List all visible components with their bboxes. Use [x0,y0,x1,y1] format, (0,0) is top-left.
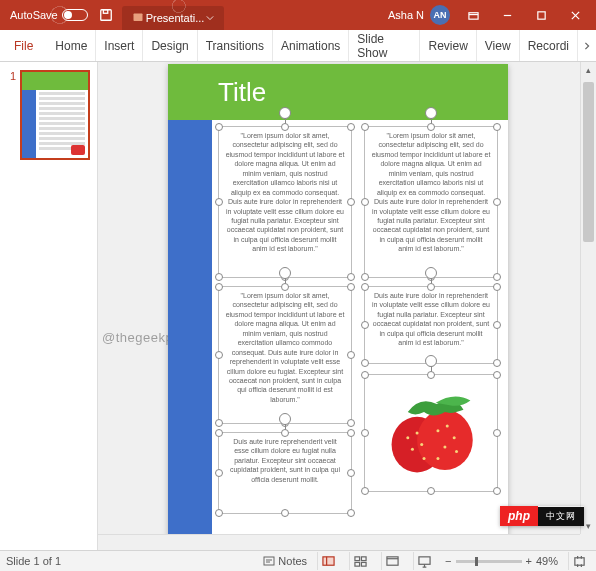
fit-window-button[interactable] [568,552,590,570]
ribbon-tabs: File Home Insert Design Transitions Anim… [0,30,596,62]
autosave-label: AutoSave [10,9,58,21]
resize-handle[interactable] [281,123,289,131]
rotate-handle-icon[interactable] [279,107,291,119]
resize-handle[interactable] [493,487,501,495]
workspace: 1 @thegeekpage.com Title "Lorem ipsum do… [0,62,596,550]
slide-canvas[interactable]: @thegeekpage.com Title "Lorem ipsum dolo… [98,62,596,550]
tab-slide-show[interactable]: Slide Show [349,30,420,61]
reading-view-button[interactable] [381,552,403,570]
resize-handle[interactable] [361,321,369,329]
sorter-view-button[interactable] [349,552,371,570]
ribbon-overflow-button[interactable] [578,30,596,61]
rotate-handle-icon[interactable] [425,107,437,119]
slide-thumbnail-1[interactable] [20,70,90,160]
resize-handle[interactable] [493,359,501,367]
tab-file[interactable]: File [0,30,47,61]
resize-handle[interactable] [493,273,501,281]
tab-home[interactable]: Home [47,30,96,61]
tab-design[interactable]: Design [143,30,197,61]
tab-review[interactable]: Review [420,30,476,61]
slide-counter: Slide 1 of 1 [6,555,61,567]
resize-handle[interactable] [427,371,435,379]
ribbon-display-button[interactable] [456,0,490,30]
normal-view-button[interactable] [317,552,339,570]
minimize-button[interactable] [490,0,524,30]
document-tab[interactable]: Presentati... [122,6,225,30]
resize-handle[interactable] [215,273,223,281]
image-placeholder[interactable] [364,374,498,492]
resize-handle[interactable] [361,123,369,131]
tab-recording[interactable]: Recordi [520,30,578,61]
resize-handle[interactable] [361,359,369,367]
save-button[interactable] [94,3,118,27]
rotate-handle-icon[interactable] [279,413,291,425]
svg-point-17 [436,457,439,460]
resize-handle[interactable] [347,469,355,477]
tab-animations[interactable]: Animations [273,30,349,61]
resize-handle[interactable] [493,371,501,379]
resize-handle[interactable] [427,283,435,291]
resize-handle[interactable] [215,351,223,359]
resize-handle[interactable] [347,419,355,427]
resize-handle[interactable] [347,273,355,281]
textbox-2[interactable]: "Lorem ipsum dolor sit amet, consectetur… [364,126,498,278]
resize-handle[interactable] [215,509,223,517]
rotate-handle-icon[interactable] [279,267,291,279]
horizontal-scrollbar[interactable] [98,534,580,550]
resize-handle[interactable] [281,283,289,291]
vertical-scrollbar[interactable]: ▴ ▾ [580,62,596,534]
resize-handle[interactable] [281,509,289,517]
resize-handle[interactable] [361,371,369,379]
tab-view[interactable]: View [477,30,520,61]
autosave-toggle[interactable]: AutoSave [4,9,94,21]
rotate-handle-icon[interactable] [425,267,437,279]
slide-title-area[interactable]: Title [168,64,508,120]
zoom-out-button[interactable]: − [445,555,451,567]
resize-handle[interactable] [215,198,223,206]
textbox-5[interactable]: Duis aute irure reprehenderit velit esse… [218,432,352,514]
notes-button[interactable]: Notes [263,555,307,567]
resize-handle[interactable] [347,123,355,131]
maximize-button[interactable] [524,0,558,30]
scroll-thumb[interactable] [583,82,594,242]
textbox-1[interactable]: "Lorem ipsum dolor sit amet, consectetur… [218,126,352,278]
tab-insert[interactable]: Insert [96,30,143,61]
resize-handle[interactable] [215,419,223,427]
resize-handle[interactable] [215,429,223,437]
svg-rect-25 [419,556,430,563]
tab-transitions[interactable]: Transitions [198,30,273,61]
zoom-slider[interactable] [456,560,522,563]
resize-handle[interactable] [361,283,369,291]
textbox-3[interactable]: "Lorem ipsum dolor sit amet, consectetur… [218,286,352,424]
resize-handle[interactable] [215,123,223,131]
zoom-in-button[interactable]: + [526,555,532,567]
resize-handle[interactable] [347,351,355,359]
resize-handle[interactable] [347,429,355,437]
resize-handle[interactable] [215,469,223,477]
resize-handle[interactable] [493,123,501,131]
resize-handle[interactable] [361,198,369,206]
close-button[interactable] [558,0,592,30]
zoom-value[interactable]: 49% [536,555,558,567]
resize-handle[interactable] [361,487,369,495]
textbox-4[interactable]: Duis aute irure dolor in reprehenderit i… [364,286,498,364]
resize-handle[interactable] [281,429,289,437]
resize-handle[interactable] [347,283,355,291]
resize-handle[interactable] [215,283,223,291]
resize-handle[interactable] [347,509,355,517]
resize-handle[interactable] [493,429,501,437]
resize-handle[interactable] [361,429,369,437]
resize-handle[interactable] [361,273,369,281]
resize-handle[interactable] [427,123,435,131]
user-account[interactable]: Asha N AN [388,5,450,25]
scroll-up-icon[interactable]: ▴ [581,62,596,78]
resize-handle[interactable] [493,198,501,206]
slideshow-view-button[interactable] [413,552,435,570]
badge-right: 中文网 [538,507,584,526]
resize-handle[interactable] [493,283,501,291]
rotate-handle-icon[interactable] [425,355,437,367]
resize-handle[interactable] [347,198,355,206]
resize-handle[interactable] [493,321,501,329]
textbox-3-text: "Lorem ipsum dolor sit amet, consectetur… [219,287,351,408]
resize-handle[interactable] [427,487,435,495]
